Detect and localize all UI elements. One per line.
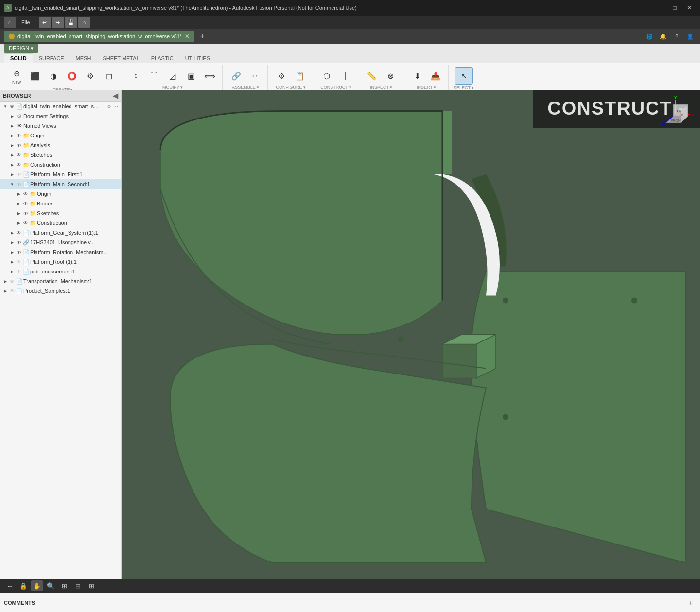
account-button[interactable]: 👤 bbox=[684, 31, 696, 42]
tab-sheet-metal[interactable]: SHEET METAL bbox=[97, 54, 145, 63]
tree-eye-sketches2[interactable]: 👁 bbox=[22, 210, 29, 217]
configure-button[interactable]: ⚙ bbox=[273, 68, 290, 84]
zoom-out-button[interactable]: ⊟ bbox=[72, 580, 84, 591]
home-nav-button[interactable]: ⌂ bbox=[78, 17, 90, 28]
tree-eye-pg[interactable]: 👁 bbox=[16, 229, 22, 236]
minimize-button[interactable]: ─ bbox=[653, 2, 667, 13]
fit-button[interactable]: ⊞ bbox=[58, 580, 70, 591]
new-component-button[interactable]: ⊕ New bbox=[8, 65, 25, 86]
save-button[interactable]: 💾 bbox=[65, 17, 77, 28]
configure-dropdown-icon[interactable]: ▾ bbox=[303, 85, 306, 90]
home-button[interactable]: ⌂ bbox=[4, 17, 16, 28]
extrude-button[interactable]: ⬛ bbox=[26, 68, 44, 84]
thread-button[interactable]: ⚙ bbox=[82, 68, 99, 84]
tab-surface[interactable]: SURFACE bbox=[33, 54, 70, 63]
tree-eye-bodies[interactable]: 👁 bbox=[22, 200, 29, 207]
hand-button[interactable]: ✋ bbox=[31, 580, 43, 591]
press-pull-button[interactable]: ↕ bbox=[127, 68, 144, 84]
box-button[interactable]: ◻ bbox=[100, 68, 118, 84]
tree-item-platform-rotation[interactable]: ▶ 👁 📄 Platform_Rotation_Mechanism... bbox=[0, 247, 121, 257]
tree-item-17hs3401[interactable]: ▶ 👁 🔗 17HS3401_Usongshine v... bbox=[0, 238, 121, 247]
tree-eye-ps[interactable]: 👁 bbox=[9, 288, 16, 294]
tree-item-construction1[interactable]: ▶ 👁 📁 Construction bbox=[0, 160, 121, 170]
tree-item-doc-settings[interactable]: ▶ ⚙ Document Settings bbox=[0, 111, 121, 121]
menu-item-file[interactable]: File bbox=[18, 18, 34, 27]
new-tab-button[interactable]: + bbox=[196, 31, 208, 42]
tree-item-construction2[interactable]: ▶ 👁 📁 Construction bbox=[0, 218, 121, 228]
tree-item-transportation[interactable]: ▶ 👁 📄 Transportation_Mechanism:1 bbox=[0, 276, 121, 286]
display-button[interactable]: ⊞ bbox=[86, 580, 97, 591]
interference-button[interactable]: ⊗ bbox=[382, 68, 399, 84]
tree-item-pcb[interactable]: ▶ 👁 📄 pcb_encasement:1 bbox=[0, 267, 121, 276]
tree-eye-pmf[interactable]: 👁 bbox=[16, 171, 22, 178]
construct-dropdown-icon[interactable]: ▾ bbox=[349, 85, 351, 90]
offset-plane-button[interactable]: ⬡ bbox=[318, 68, 335, 84]
design-mode-button[interactable]: DESIGN ▾ bbox=[4, 44, 38, 53]
configure2-button[interactable]: 📋 bbox=[291, 68, 309, 84]
inspect-dropdown-icon[interactable]: ▾ bbox=[390, 85, 392, 90]
tree-settings-root[interactable]: ⚙ bbox=[105, 103, 112, 110]
tree-item-origin1[interactable]: ▶ 👁 📁 Origin bbox=[0, 131, 121, 140]
tree-item-platform-main-second[interactable]: ▼ 👁 📄 Platform_Main_Second:1 bbox=[0, 179, 121, 189]
tree-eye-pr[interactable]: 👁 bbox=[16, 249, 22, 255]
tree-eye-analysis[interactable]: 👁 bbox=[16, 142, 22, 149]
browser-collapse-button[interactable]: ◀ bbox=[113, 92, 118, 100]
comments-add-button[interactable]: + bbox=[685, 597, 696, 608]
tree-item-analysis[interactable]: ▶ 👁 📁 Analysis bbox=[0, 140, 121, 150]
viewcube[interactable]: X Y Z TOP FRONT R bbox=[656, 95, 695, 134]
insert2-button[interactable]: 📥 bbox=[427, 68, 444, 84]
insert-button[interactable]: ⬇ bbox=[408, 68, 426, 84]
joint-button[interactable]: 🔗 bbox=[228, 68, 245, 84]
tree-item-sketches2[interactable]: ▶ 👁 📁 Sketches bbox=[0, 208, 121, 218]
tree-eye-roof[interactable]: 👁 bbox=[16, 258, 22, 265]
tree-eye-construction2[interactable]: 👁 bbox=[22, 220, 29, 226]
maximize-button[interactable]: □ bbox=[668, 2, 682, 13]
tree-eye-origin1[interactable]: 👁 bbox=[16, 132, 22, 139]
tree-item-platform-roof[interactable]: ▶ 👁 📄 Platform_Roof (1):1 bbox=[0, 257, 121, 267]
tree-item-origin2[interactable]: ▶ 👁 📁 Origin bbox=[0, 189, 121, 199]
assemble-dropdown-icon[interactable]: ▾ bbox=[257, 85, 259, 90]
tree-item-sketches1[interactable]: ▶ 👁 📁 Sketches bbox=[0, 150, 121, 160]
hole-button[interactable]: ⭕ bbox=[63, 68, 81, 84]
viewport[interactable]: CONSTRUCT - X Y Z TOP FRONT bbox=[122, 90, 700, 579]
tree-eye-17hs[interactable]: 👁 bbox=[16, 239, 22, 246]
motion-button[interactable]: ↔ bbox=[246, 68, 263, 84]
insert-dropdown-icon[interactable]: ▾ bbox=[434, 85, 436, 90]
chamfer-button[interactable]: ◿ bbox=[164, 68, 181, 84]
tree-dots-root[interactable]: ⋯ bbox=[112, 103, 119, 110]
tree-eye-root[interactable]: 👁 bbox=[9, 103, 16, 110]
help-button[interactable]: ? bbox=[671, 31, 682, 42]
zoom-button[interactable]: 🔍 bbox=[45, 580, 56, 591]
undo-button[interactable]: ↩ bbox=[39, 17, 51, 28]
lock-button[interactable]: 🔒 bbox=[18, 580, 29, 591]
tree-item-platform-main-first[interactable]: ▶ 👁 📄 Platform_Main_First:1 bbox=[0, 170, 121, 179]
redo-button[interactable]: ↪ bbox=[52, 17, 64, 28]
notifications-button[interactable]: 🔔 bbox=[657, 31, 669, 42]
shell-button[interactable]: ▣ bbox=[182, 68, 200, 84]
tree-item-named-views[interactable]: ▶ 👁 Named Views bbox=[0, 121, 121, 131]
tab-close-button[interactable]: ✕ bbox=[185, 33, 190, 40]
tree-eye-construction1[interactable]: 👁 bbox=[16, 161, 22, 168]
measure-button[interactable]: 📏 bbox=[363, 68, 381, 84]
fillet-button[interactable]: ⌒ bbox=[145, 68, 163, 84]
split-button[interactable]: ⟺ bbox=[201, 68, 218, 84]
pan-button[interactable]: ↔ bbox=[4, 580, 16, 591]
tab-utilities[interactable]: UTILITIES bbox=[179, 54, 216, 63]
axis-button[interactable]: | bbox=[336, 68, 354, 84]
online-button[interactable]: 🌐 bbox=[644, 31, 655, 42]
modify-dropdown-icon[interactable]: ▾ bbox=[180, 85, 183, 90]
tree-item-root[interactable]: ▼ 👁 📄 digital_twin_enabled_smart_s... ⚙ … bbox=[0, 102, 121, 111]
tab-mesh[interactable]: MESH bbox=[70, 54, 97, 63]
tab-solid[interactable]: SOLID bbox=[4, 53, 33, 63]
tree-item-platform-gear[interactable]: ▶ 👁 📄 Platform_Gear_System (1):1 bbox=[0, 228, 121, 238]
tree-eye-origin2[interactable]: 👁 bbox=[22, 190, 29, 197]
select-button[interactable]: ↖ bbox=[455, 67, 473, 85]
active-tab[interactable]: digital_twin_enabled_smart_shipping_work… bbox=[4, 31, 194, 42]
tree-eye-pms[interactable]: 👁 bbox=[16, 181, 22, 187]
close-button[interactable]: ✕ bbox=[682, 2, 696, 13]
tree-eye-sketches1[interactable]: 👁 bbox=[16, 152, 22, 158]
tree-eye-pcb[interactable]: 👁 bbox=[16, 268, 22, 275]
tree-item-bodies[interactable]: ▶ 👁 📁 Bodies bbox=[0, 199, 121, 208]
tree-item-product-samples[interactable]: ▶ 👁 📄 Product_Samples:1 bbox=[0, 286, 121, 296]
tab-plastic[interactable]: PLASTIC bbox=[145, 54, 179, 63]
